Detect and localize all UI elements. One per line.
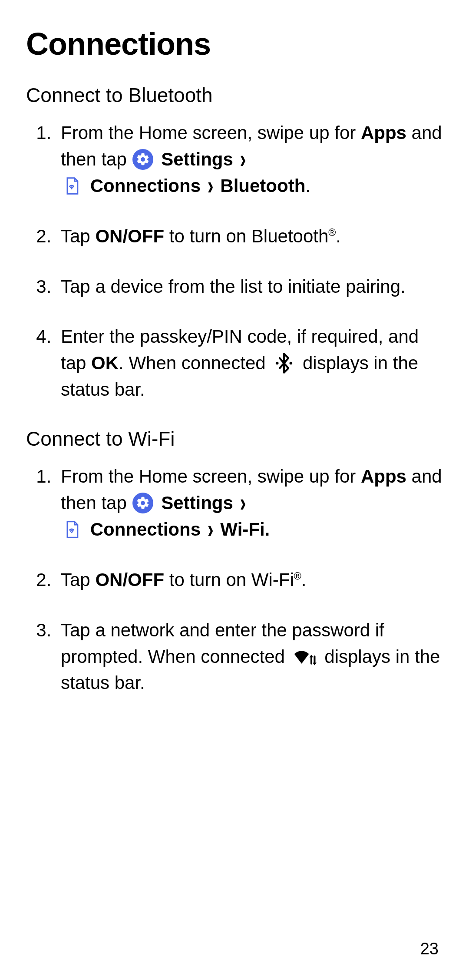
ok-label: OK xyxy=(91,353,119,373)
chevron-icon: › xyxy=(240,141,246,178)
registered-mark: ® xyxy=(328,227,336,238)
text: . xyxy=(336,226,341,246)
text: . When connected xyxy=(119,353,271,373)
bluetooth-label: Bluetooth xyxy=(220,175,305,196)
wifi-connected-icon xyxy=(292,646,318,667)
page-title: Connections xyxy=(26,26,443,62)
bluetooth-connected-icon xyxy=(273,352,295,374)
text: . xyxy=(305,175,310,196)
steps-list-bluetooth: From the Home screen, swipe up for Apps … xyxy=(26,120,443,403)
text: From the Home screen, swipe up for xyxy=(61,122,361,143)
document-page: Connections Connect to Bluetooth From th… xyxy=(0,0,469,980)
wifi-step-2: Tap ON/OFF to turn on Wi-Fi®. xyxy=(56,567,443,593)
on-off-label: ON/OFF xyxy=(95,569,164,590)
chevron-icon: › xyxy=(208,511,214,548)
connections-label: Connections xyxy=(90,519,201,540)
chevron-icon: › xyxy=(208,168,214,205)
wifi-label: Wi-Fi. xyxy=(220,519,270,540)
svg-point-2 xyxy=(290,362,293,365)
svg-point-0 xyxy=(71,188,72,189)
connections-label: Connections xyxy=(90,175,201,196)
bt-step-1: From the Home screen, swipe up for Apps … xyxy=(56,120,443,199)
section-heading-bluetooth: Connect to Bluetooth xyxy=(26,83,443,107)
bt-step-3: Tap a device from the list to initiate p… xyxy=(56,274,443,300)
page-number: 23 xyxy=(420,940,439,958)
apps-label: Apps xyxy=(361,466,406,487)
bt-step-2: Tap ON/OFF to turn on Bluetooth®. xyxy=(56,223,443,250)
svg-point-1 xyxy=(276,362,279,365)
chevron-icon: › xyxy=(240,485,246,522)
settings-gear-icon xyxy=(132,149,153,170)
settings-label: Settings xyxy=(161,493,233,513)
settings-label: Settings xyxy=(161,149,233,169)
connections-page-icon xyxy=(62,175,83,196)
on-off-label: ON/OFF xyxy=(95,226,164,246)
registered-mark: ® xyxy=(294,570,301,582)
bt-step-4: Enter the passkey/PIN code, if required,… xyxy=(56,324,443,403)
wifi-step-3: Tap a network and enter the password if … xyxy=(56,617,443,697)
text: . xyxy=(301,569,307,590)
text: From the Home screen, swipe up for xyxy=(61,466,361,487)
steps-list-wifi: From the Home screen, swipe up for Apps … xyxy=(26,464,443,696)
section-heading-wifi: Connect to Wi-Fi xyxy=(26,427,443,450)
text: to turn on Bluetooth xyxy=(164,226,328,246)
text: Tap xyxy=(61,569,95,590)
connections-page-icon xyxy=(62,519,83,540)
svg-point-3 xyxy=(71,532,72,533)
apps-label: Apps xyxy=(361,122,406,143)
settings-gear-icon xyxy=(132,493,153,513)
wifi-step-1: From the Home screen, swipe up for Apps … xyxy=(56,464,443,543)
text: Tap xyxy=(61,226,95,246)
text: to turn on Wi-Fi xyxy=(164,569,294,590)
